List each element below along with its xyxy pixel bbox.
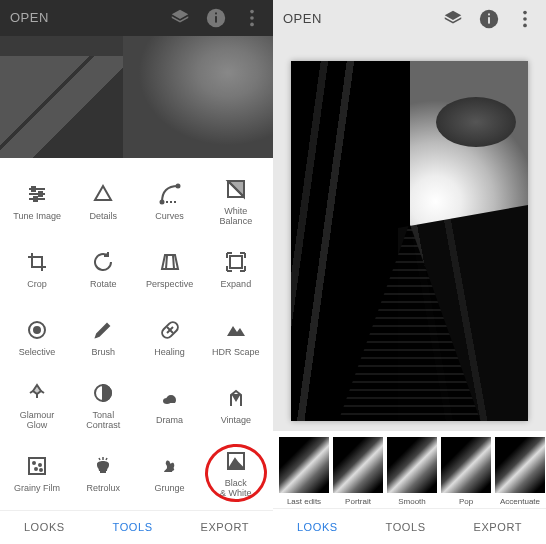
tab-export[interactable]: EXPORT bbox=[200, 521, 249, 533]
tool-label: Drama bbox=[156, 416, 183, 426]
tab-looks[interactable]: LOOKS bbox=[24, 521, 65, 533]
selective-icon bbox=[25, 318, 49, 342]
tool-rotate[interactable]: Rotate bbox=[70, 236, 136, 304]
svg-rect-35 bbox=[228, 453, 244, 469]
tab-looks[interactable]: LOOKS bbox=[297, 521, 338, 533]
svg-point-22 bbox=[34, 327, 40, 333]
layers-icon[interactable] bbox=[442, 8, 464, 30]
look-label: Smooth bbox=[398, 497, 426, 506]
svg-marker-26 bbox=[227, 326, 245, 336]
healing-icon bbox=[158, 318, 182, 342]
svg-line-19 bbox=[173, 255, 174, 269]
tab-tools[interactable]: TOOLS bbox=[386, 521, 426, 533]
tool-whitebalance[interactable]: White Balance bbox=[203, 168, 269, 236]
look-item[interactable]: Smooth bbox=[387, 437, 437, 506]
tool-crop[interactable]: Crop bbox=[4, 236, 70, 304]
svg-point-41 bbox=[523, 17, 527, 21]
look-label: Pop bbox=[459, 497, 473, 506]
tool-tonal[interactable]: Tonal Contrast bbox=[70, 372, 136, 440]
vintage-icon bbox=[224, 386, 248, 410]
tool-expand[interactable]: Expand bbox=[203, 236, 269, 304]
svg-point-14 bbox=[176, 184, 179, 187]
tool-label: Expand bbox=[221, 280, 252, 290]
tool-selective[interactable]: Selective bbox=[4, 304, 70, 372]
tool-label: Black & White bbox=[220, 479, 252, 499]
open-button[interactable]: OPEN bbox=[283, 11, 322, 26]
svg-marker-12 bbox=[95, 186, 111, 200]
svg-rect-1 bbox=[215, 16, 217, 22]
tool-label: Retrolux bbox=[87, 484, 121, 494]
look-item[interactable]: Accentuate bbox=[495, 437, 545, 506]
layers-icon[interactable] bbox=[169, 7, 191, 29]
tool-retrolux[interactable]: Retrolux bbox=[70, 440, 136, 508]
tool-drama[interactable]: Drama bbox=[137, 372, 203, 440]
tool-label: Brush bbox=[92, 348, 116, 358]
tab-tools[interactable]: TOOLS bbox=[113, 521, 153, 533]
bottom-tabs: LOOKS TOOLS EXPORT bbox=[273, 508, 546, 544]
tab-export[interactable]: EXPORT bbox=[473, 521, 522, 533]
tool-tune[interactable]: Tune Image bbox=[4, 168, 70, 236]
look-item[interactable]: Pop bbox=[441, 437, 491, 506]
drama-icon bbox=[158, 386, 182, 410]
tool-details[interactable]: Details bbox=[70, 168, 136, 236]
tool-label: Tune Image bbox=[13, 212, 61, 222]
tool-bw[interactable]: Black & White bbox=[203, 440, 269, 508]
look-item[interactable]: Portrait bbox=[333, 437, 383, 506]
tool-perspective[interactable]: Perspective bbox=[137, 236, 203, 304]
tool-label: Healing bbox=[154, 348, 185, 358]
tool-grunge[interactable]: Grunge bbox=[137, 440, 203, 508]
tool-curves[interactable]: Curves bbox=[137, 168, 203, 236]
grainy-icon bbox=[25, 454, 49, 478]
svg-point-40 bbox=[523, 10, 527, 14]
tonal-icon bbox=[91, 381, 115, 405]
retrolux-icon bbox=[91, 454, 115, 478]
image-canvas[interactable] bbox=[273, 37, 546, 431]
tools-panel: Tune ImageDetailsCurvesWhite BalanceCrop… bbox=[0, 158, 273, 510]
phone-left: OPEN Tune ImageDetailsCurvesWhite Balanc… bbox=[0, 0, 273, 544]
tool-label: Grainy Film bbox=[14, 484, 60, 494]
look-label: Accentuate bbox=[500, 497, 540, 506]
svg-line-18 bbox=[166, 255, 167, 269]
rotate-icon bbox=[91, 250, 115, 274]
svg-point-42 bbox=[523, 23, 527, 27]
grunge-icon bbox=[158, 454, 182, 478]
tool-vintage[interactable]: Vintage bbox=[203, 372, 269, 440]
look-thumb bbox=[279, 437, 329, 493]
look-item[interactable]: Last edits bbox=[279, 437, 329, 506]
tool-label: Curves bbox=[155, 212, 184, 222]
svg-point-33 bbox=[40, 469, 42, 471]
more-icon[interactable] bbox=[514, 8, 536, 30]
tool-glamour[interactable]: Glamour Glow bbox=[4, 372, 70, 440]
svg-rect-29 bbox=[29, 458, 45, 474]
phone-right: OPEN Last editsPortraitSmoothPopAccentua… bbox=[273, 0, 546, 544]
tune-icon bbox=[25, 182, 49, 206]
info-icon[interactable] bbox=[478, 8, 500, 30]
hdrscape-icon bbox=[224, 318, 248, 342]
svg-rect-9 bbox=[32, 187, 35, 191]
tool-label: Details bbox=[90, 212, 118, 222]
tool-healing[interactable]: Healing bbox=[137, 304, 203, 372]
expand-icon bbox=[224, 250, 248, 274]
tool-label: Crop bbox=[27, 280, 47, 290]
info-icon[interactable] bbox=[205, 7, 227, 29]
svg-marker-36 bbox=[230, 459, 242, 467]
tool-brush[interactable]: Brush bbox=[70, 304, 136, 372]
tool-label: White Balance bbox=[220, 207, 253, 227]
svg-point-32 bbox=[35, 468, 37, 470]
looks-strip[interactable]: Last editsPortraitSmoothPopAccentuateFac bbox=[273, 431, 546, 508]
tool-label: HDR Scape bbox=[212, 348, 260, 358]
look-label: Last edits bbox=[287, 497, 321, 506]
svg-rect-10 bbox=[39, 192, 42, 196]
svg-point-30 bbox=[33, 462, 35, 464]
header: OPEN bbox=[273, 0, 546, 37]
open-button[interactable]: OPEN bbox=[10, 10, 49, 25]
glamour-icon bbox=[25, 381, 49, 405]
tool-hdrscape[interactable]: HDR Scape bbox=[203, 304, 269, 372]
svg-marker-17 bbox=[162, 255, 178, 269]
tool-label: Glamour Glow bbox=[20, 411, 55, 431]
photo-preview bbox=[291, 61, 528, 421]
tool-label: Tonal Contrast bbox=[86, 411, 120, 431]
details-icon bbox=[91, 182, 115, 206]
tool-grainy[interactable]: Grainy Film bbox=[4, 440, 70, 508]
more-icon[interactable] bbox=[241, 7, 263, 29]
